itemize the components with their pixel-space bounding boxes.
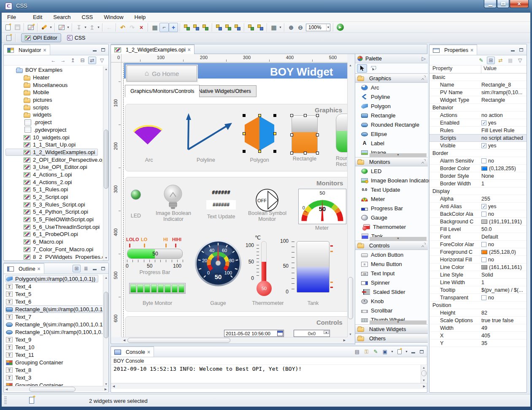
property-row[interactable]: Horizontal Fill no <box>429 256 527 263</box>
outline-hscroll-thumb[interactable] <box>29 387 76 392</box>
meter-widget[interactable]: 50 0 50 <box>298 189 346 224</box>
match-height-icon[interactable] <box>256 23 265 32</box>
menu-item[interactable]: Window <box>98 13 129 21</box>
open-perspective-icon[interactable] <box>4 33 14 43</box>
selection-handle[interactable] <box>273 114 276 117</box>
menu-item[interactable]: Search <box>48 13 76 21</box>
selection-handle[interactable] <box>290 152 293 155</box>
property-row[interactable]: Widget Type Rectangle <box>429 96 527 104</box>
selection-handle[interactable] <box>290 114 293 117</box>
palette-item[interactable]: LED <box>355 166 428 176</box>
outline-item[interactable]: Text_10 <box>5 343 38 351</box>
palette-collapse-icon[interactable]: ▷ <box>421 55 426 62</box>
gauge-widget[interactable]: 0 20 40 60 80 100 50 <box>194 239 242 287</box>
scroll-right-icon[interactable]: ▶ <box>421 383 427 389</box>
run-opi-icon[interactable]: ▶ <box>335 23 345 32</box>
spinner-input[interactable]: 0x0 ▲ <box>294 330 330 337</box>
console-minimize-button[interactable] <box>410 348 417 355</box>
scroll-left-icon[interactable]: ◀ <box>111 383 116 389</box>
property-row[interactable]: Basic <box>429 73 527 81</box>
tab-outline[interactable]: Outline × <box>4 263 44 274</box>
match-width-icon[interactable] <box>246 23 256 32</box>
byte-monitor-widget[interactable] <box>129 283 186 294</box>
console-hscrollbar[interactable]: ◀ ▶ <box>111 383 427 389</box>
back-icon[interactable]: ← <box>105 23 114 32</box>
outline-item[interactable]: Text_5 <box>5 290 34 298</box>
selection-handle[interactable] <box>304 152 307 155</box>
checkbox-icon[interactable] <box>481 120 486 125</box>
property-row[interactable]: Name Rectangle_8 <box>429 81 527 89</box>
selection-handle[interactable] <box>316 114 319 117</box>
property-row[interactable]: BackColor Ala no <box>429 210 527 218</box>
palette-item[interactable]: Ellipse <box>355 129 428 138</box>
canvas-tab-graphics[interactable]: Graphics/Monitors/Controls <box>125 85 200 97</box>
palette-item[interactable]: Action Button <box>355 250 428 259</box>
tree-item[interactable]: 1_2_WidgetExamples.opi <box>5 149 98 156</box>
palette-item[interactable]: Knob <box>355 296 428 306</box>
new-data-browser-icon[interactable] <box>26 23 35 32</box>
tree-item[interactable]: 5_5_FileIOWithScript.opi <box>5 216 97 223</box>
tab-navigator[interactable]: Navigator × <box>4 44 50 55</box>
navigator-minimize-button[interactable] <box>91 46 98 53</box>
arc-widget[interactable] <box>129 116 166 148</box>
scroll-up-icon[interactable]: ▲ <box>421 365 427 370</box>
outline-minimize-button[interactable] <box>91 265 98 272</box>
outline-item[interactable]: Text_9 <box>5 336 34 343</box>
boolean-symbol-monitor-widget[interactable]: OFF <box>255 188 280 213</box>
tree-item[interactable]: 2_OPI_Editor_Perspective.opi <box>5 156 103 163</box>
probe-dropdown-icon[interactable]: ▾ <box>49 25 53 29</box>
editor-tab[interactable]: 1_2_WidgetExamples.opi × <box>111 44 194 54</box>
display-console-dropdown-icon[interactable]: ▾ <box>390 350 394 353</box>
rectangle-widget[interactable] <box>292 115 318 153</box>
property-row[interactable]: Actions no action <box>429 111 527 119</box>
align-bottom-icon[interactable] <box>233 23 242 32</box>
align-right-icon[interactable] <box>201 23 210 32</box>
scroll-down-icon[interactable]: ▼ <box>348 331 353 337</box>
selection-handle[interactable] <box>243 132 246 135</box>
tree-item[interactable]: Miscellaneous <box>5 81 70 89</box>
palette-item[interactable]: Rounded Rectangle <box>355 120 428 129</box>
navigator-scroll-thumb[interactable] <box>104 130 108 189</box>
polygon-widget[interactable] <box>244 116 275 151</box>
scroll-right-icon[interactable]: ▶ <box>342 337 347 343</box>
selection-handle[interactable] <box>243 114 246 117</box>
led-widget[interactable] <box>131 190 141 200</box>
tree-item[interactable]: 5_1_Rules.opi <box>5 186 71 193</box>
tree-item[interactable]: .project <box>5 119 55 126</box>
tab-console[interactable]: Console × <box>111 346 154 357</box>
palette-item[interactable]: Menu Button <box>355 259 428 269</box>
property-row[interactable]: Behavior <box>429 104 527 111</box>
canvas-tab-native[interactable]: Native Widgets/Others <box>193 85 257 97</box>
align-top-icon[interactable] <box>214 23 224 32</box>
scroll-left-icon[interactable]: ◀ <box>4 386 9 392</box>
navigator-close-icon[interactable]: × <box>43 47 46 53</box>
tree-item[interactable]: scripts <box>5 103 52 111</box>
palette-category-graphics[interactable]: Graphics <box>355 73 428 83</box>
tree-item[interactable]: .pydevproject <box>5 126 69 134</box>
properties-minimize-button[interactable] <box>509 46 516 53</box>
selection-handle[interactable] <box>290 133 293 136</box>
snap-dropdown-icon[interactable]: ▾ <box>278 25 282 29</box>
property-row[interactable]: Background C (191,191,191) <box>429 218 527 225</box>
new-opi-dropdown-icon[interactable]: ▾ <box>66 25 70 29</box>
palette-item[interactable]: Meter <box>355 194 428 204</box>
selection-handle[interactable] <box>243 150 246 153</box>
pin-icon[interactable] <box>421 242 426 249</box>
maximize-button[interactable] <box>497 0 509 8</box>
scroll-left-icon[interactable]: ◀ <box>122 337 127 343</box>
thermometer-widget[interactable] <box>261 241 267 283</box>
outline-vscrollbar[interactable]: ▲ ▼ <box>103 275 108 387</box>
image-boolean-indicator-widget[interactable] <box>162 184 184 210</box>
new-property-icon[interactable]: ✎ <box>477 57 485 64</box>
selection-handle[interactable] <box>258 150 261 153</box>
palette-item[interactable]: Spinner <box>355 278 428 287</box>
redo-icon[interactable]: ↷ <box>127 23 137 32</box>
export-dropdown-icon[interactable]: ▾ <box>97 25 100 29</box>
delete-icon[interactable]: × <box>137 23 146 32</box>
palette-item[interactable]: Rectangle <box>355 111 428 120</box>
marquee-tool[interactable] <box>368 64 378 73</box>
property-row[interactable]: Line Color (161,161,161) <box>429 263 527 271</box>
text-update-widget-2[interactable]: ###### <box>206 200 236 209</box>
property-row[interactable]: Alpha 255 <box>429 195 527 203</box>
console-maximize-button[interactable] <box>418 348 425 355</box>
